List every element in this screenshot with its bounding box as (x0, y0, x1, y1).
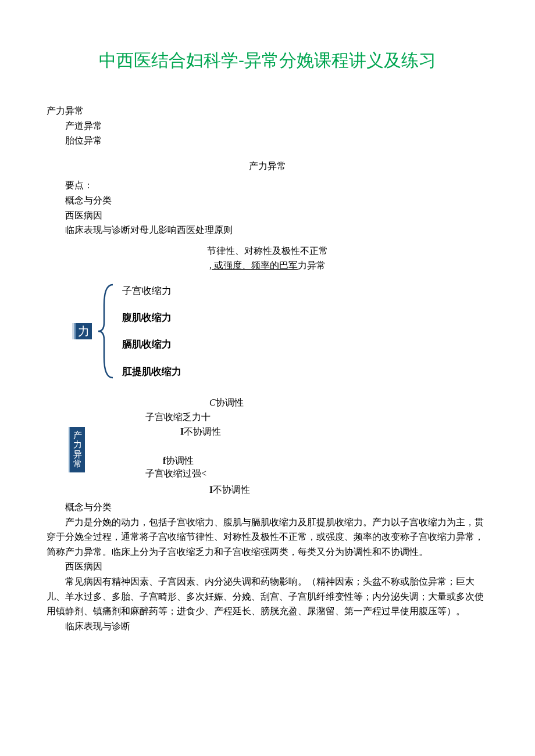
force-box-icon: 力 (76, 323, 92, 339)
diag2-line3b: 不协调性 (184, 427, 221, 436)
body-p1: 产力是分娩的动力，包括子宫收缩力、腹肌与膈肌收缩力及肛提肌收缩力。产力以子宫收缩… (47, 515, 488, 560)
diag1-item-4: 肛提肌收缩力 (122, 363, 181, 381)
intro-line-2: 产道异常 (47, 119, 488, 134)
diag2-line2: 子宫收缩乏力十 (145, 410, 211, 425)
diag1-item-2: 腹肌收缩力 (122, 309, 181, 327)
diag2-line4b: 协调性 (166, 456, 194, 465)
diag1-item-3: 膈肌收缩力 (122, 335, 181, 353)
diagram1-note2b: 力异常 (298, 260, 326, 270)
diagram-abnormal: C协调性 子宫收缩乏力十 I不协调性 产力异常 f协调性 子宫收缩过强< I不协… (70, 395, 488, 494)
diagram-force: 力 子宫收缩力 腹肌收缩力 膈肌收缩力 肛提肌收缩力 (76, 279, 488, 384)
diag2-line5: 子宫收缩过强< (145, 466, 206, 481)
page-title: 中西医结合妇科学-异常分娩课程讲义及练习 (47, 46, 488, 74)
point-2: 西医病因 (47, 208, 488, 223)
points-label: 要点： (47, 178, 488, 193)
brace-icon (95, 282, 119, 381)
diag2-line3: I不协调性 (180, 424, 221, 439)
body-h2: 西医病因 (47, 559, 488, 574)
section-heading: 产力异常 (47, 159, 488, 174)
abnormal-pill-icon: 产力异常 (70, 427, 85, 472)
diag2-line6b: 不协调性 (213, 485, 250, 495)
diag2-line6: I不协调性 (209, 482, 250, 497)
diag2-line1b: 协调性 (216, 397, 244, 407)
body-h1: 概念与分类 (47, 500, 488, 515)
diagram1-note2: , 或强度、频率的巴军力异常 (47, 258, 488, 273)
diagram1-note2a: , 或强度、频率的巴军 (209, 260, 298, 270)
diag2-line1: C协调性 (209, 395, 244, 410)
point-1: 概念与分类 (47, 193, 488, 208)
point-3: 临床表现与诊断对母儿影响西医处理原则 (47, 223, 488, 238)
diagram1-note1: 节律性、对称性及极性不正常 (47, 243, 488, 259)
diag2-line1a: C (209, 397, 216, 407)
body-h3: 临床表现与诊断 (47, 619, 488, 634)
diagram1-items: 子宫收缩力 腹肌收缩力 膈肌收缩力 肛提肌收缩力 (122, 282, 181, 381)
intro-line-3: 胎位异常 (47, 133, 488, 148)
intro-line-1: 产力异常 (47, 103, 488, 119)
body-p2: 常见病因有精神因素、子宫因素、内分泌失调和药物影响。（精神因索；头盆不称或胎位异… (47, 574, 488, 619)
diag1-item-1: 子宫收缩力 (122, 282, 181, 300)
